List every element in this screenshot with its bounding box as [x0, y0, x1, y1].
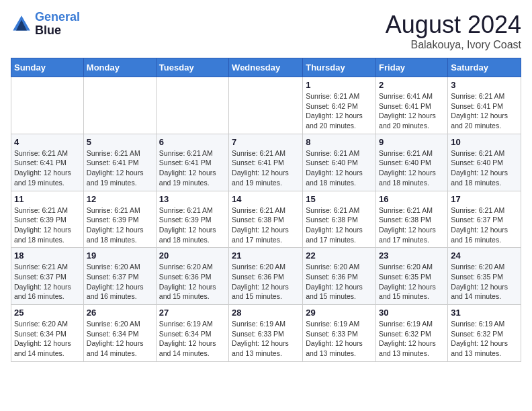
day-info: Sunrise: 6:41 AM Sunset: 6:41 PM Dayligh…: [379, 91, 445, 131]
day-info: Sunrise: 6:21 AM Sunset: 6:39 PM Dayligh…: [14, 205, 81, 245]
main-title: August 2024: [386, 11, 521, 39]
day-info: Sunrise: 6:21 AM Sunset: 6:38 PM Dayligh…: [379, 205, 445, 245]
day-info: Sunrise: 6:20 AM Sunset: 6:34 PM Dayligh…: [87, 319, 153, 359]
day-info: Sunrise: 6:20 AM Sunset: 6:36 PM Dayligh…: [159, 262, 226, 302]
day-number: 28: [232, 308, 300, 318]
day-number: 8: [306, 137, 373, 147]
calendar-day-cell: [229, 77, 303, 134]
day-number: 3: [451, 80, 518, 90]
day-info: Sunrise: 6:21 AM Sunset: 6:41 PM Dayligh…: [87, 148, 153, 188]
day-number: 6: [159, 137, 226, 147]
calendar-day-cell: 4Sunrise: 6:21 AM Sunset: 6:41 PM Daylig…: [11, 134, 84, 191]
calendar-day-cell: 17Sunrise: 6:21 AM Sunset: 6:37 PM Dayli…: [448, 191, 521, 248]
day-number: 7: [232, 137, 300, 147]
day-number: 16: [379, 194, 445, 204]
day-info: Sunrise: 6:21 AM Sunset: 6:37 PM Dayligh…: [451, 205, 518, 245]
day-number: 11: [14, 194, 81, 204]
calendar-day-cell: 18Sunrise: 6:21 AM Sunset: 6:37 PM Dayli…: [11, 248, 84, 305]
day-info: Sunrise: 6:21 AM Sunset: 6:41 PM Dayligh…: [451, 91, 518, 131]
day-number: 4: [14, 137, 81, 147]
calendar-day-cell: 2Sunrise: 6:41 AM Sunset: 6:41 PM Daylig…: [376, 77, 448, 134]
calendar-day-cell: 16Sunrise: 6:21 AM Sunset: 6:38 PM Dayli…: [376, 191, 448, 248]
calendar-header-cell: Saturday: [448, 58, 521, 77]
calendar-day-cell: [11, 77, 84, 134]
calendar-day-cell: 25Sunrise: 6:20 AM Sunset: 6:34 PM Dayli…: [11, 305, 84, 362]
day-info: Sunrise: 6:20 AM Sunset: 6:35 PM Dayligh…: [379, 262, 445, 302]
day-number: 31: [451, 308, 518, 318]
calendar-day-cell: 31Sunrise: 6:19 AM Sunset: 6:32 PM Dayli…: [448, 305, 521, 362]
calendar-day-cell: 13Sunrise: 6:21 AM Sunset: 6:39 PM Dayli…: [156, 191, 228, 248]
calendar-table: SundayMondayTuesdayWednesdayThursdayFrid…: [11, 58, 521, 362]
day-number: 1: [306, 80, 373, 90]
day-info: Sunrise: 6:21 AM Sunset: 6:39 PM Dayligh…: [87, 205, 153, 245]
calendar-day-cell: 28Sunrise: 6:19 AM Sunset: 6:33 PM Dayli…: [229, 305, 303, 362]
calendar-day-cell: 7Sunrise: 6:21 AM Sunset: 6:41 PM Daylig…: [229, 134, 303, 191]
calendar-week-row: 11Sunrise: 6:21 AM Sunset: 6:39 PM Dayli…: [11, 191, 521, 248]
day-info: Sunrise: 6:20 AM Sunset: 6:34 PM Dayligh…: [14, 319, 81, 359]
day-info: Sunrise: 6:19 AM Sunset: 6:32 PM Dayligh…: [379, 319, 445, 359]
day-number: 15: [306, 194, 373, 204]
day-info: Sunrise: 6:20 AM Sunset: 6:37 PM Dayligh…: [87, 262, 153, 302]
day-number: 26: [87, 308, 153, 318]
calendar-day-cell: 22Sunrise: 6:20 AM Sunset: 6:36 PM Dayli…: [303, 248, 376, 305]
day-number: 9: [379, 137, 445, 147]
day-info: Sunrise: 6:21 AM Sunset: 6:37 PM Dayligh…: [14, 262, 81, 302]
day-info: Sunrise: 6:20 AM Sunset: 6:36 PM Dayligh…: [232, 262, 300, 302]
day-number: 29: [306, 308, 373, 318]
calendar-header-cell: Monday: [83, 58, 156, 77]
calendar-day-cell: 6Sunrise: 6:21 AM Sunset: 6:41 PM Daylig…: [156, 134, 228, 191]
calendar-day-cell: 20Sunrise: 6:20 AM Sunset: 6:36 PM Dayli…: [156, 248, 228, 305]
calendar-header: SundayMondayTuesdayWednesdayThursdayFrid…: [11, 58, 521, 77]
title-block: August 2024 Balakouya, Ivory Coast: [386, 11, 521, 51]
day-number: 21: [232, 250, 300, 261]
day-info: Sunrise: 6:19 AM Sunset: 6:33 PM Dayligh…: [232, 319, 300, 359]
day-number: 14: [232, 194, 300, 204]
calendar-day-cell: 10Sunrise: 6:21 AM Sunset: 6:40 PM Dayli…: [448, 134, 521, 191]
calendar-header-cell: Thursday: [303, 58, 376, 77]
day-info: Sunrise: 6:20 AM Sunset: 6:36 PM Dayligh…: [306, 262, 373, 302]
calendar-day-cell: 21Sunrise: 6:20 AM Sunset: 6:36 PM Dayli…: [229, 248, 303, 305]
day-info: Sunrise: 6:21 AM Sunset: 6:41 PM Dayligh…: [14, 148, 81, 188]
page-header: General Blue August 2024 Balakouya, Ivor…: [11, 11, 521, 51]
calendar-day-cell: 30Sunrise: 6:19 AM Sunset: 6:32 PM Dayli…: [376, 305, 448, 362]
calendar-day-cell: 1Sunrise: 6:21 AM Sunset: 6:42 PM Daylig…: [303, 77, 376, 134]
calendar-header-cell: Tuesday: [156, 58, 228, 77]
day-number: 20: [159, 250, 226, 261]
day-number: 12: [87, 194, 153, 204]
day-info: Sunrise: 6:19 AM Sunset: 6:32 PM Dayligh…: [451, 319, 518, 359]
calendar-day-cell: 12Sunrise: 6:21 AM Sunset: 6:39 PM Dayli…: [83, 191, 156, 248]
subtitle: Balakouya, Ivory Coast: [386, 39, 521, 51]
day-number: 22: [306, 250, 373, 261]
day-info: Sunrise: 6:20 AM Sunset: 6:35 PM Dayligh…: [451, 262, 518, 302]
day-info: Sunrise: 6:21 AM Sunset: 6:42 PM Dayligh…: [306, 91, 373, 131]
calendar-day-cell: 5Sunrise: 6:21 AM Sunset: 6:41 PM Daylig…: [83, 134, 156, 191]
calendar-day-cell: 24Sunrise: 6:20 AM Sunset: 6:35 PM Dayli…: [448, 248, 521, 305]
day-number: 25: [14, 308, 81, 318]
calendar-day-cell: 19Sunrise: 6:20 AM Sunset: 6:37 PM Dayli…: [83, 248, 156, 305]
day-number: 30: [379, 308, 445, 318]
calendar-day-cell: 8Sunrise: 6:21 AM Sunset: 6:40 PM Daylig…: [303, 134, 376, 191]
day-info: Sunrise: 6:19 AM Sunset: 6:33 PM Dayligh…: [306, 319, 373, 359]
calendar-day-cell: [156, 77, 228, 134]
calendar-header-cell: Sunday: [11, 58, 84, 77]
calendar-week-row: 18Sunrise: 6:21 AM Sunset: 6:37 PM Dayli…: [11, 248, 521, 305]
day-number: 17: [451, 194, 518, 204]
day-info: Sunrise: 6:19 AM Sunset: 6:34 PM Dayligh…: [159, 319, 226, 359]
day-number: 27: [159, 308, 226, 318]
calendar-week-row: 4Sunrise: 6:21 AM Sunset: 6:41 PM Daylig…: [11, 134, 521, 191]
day-number: 2: [379, 80, 445, 90]
calendar-day-cell: 14Sunrise: 6:21 AM Sunset: 6:38 PM Dayli…: [229, 191, 303, 248]
calendar-day-cell: 3Sunrise: 6:21 AM Sunset: 6:41 PM Daylig…: [448, 77, 521, 134]
day-info: Sunrise: 6:21 AM Sunset: 6:40 PM Dayligh…: [306, 148, 373, 188]
calendar-day-cell: 15Sunrise: 6:21 AM Sunset: 6:38 PM Dayli…: [303, 191, 376, 248]
day-number: 19: [87, 250, 153, 261]
calendar-day-cell: 23Sunrise: 6:20 AM Sunset: 6:35 PM Dayli…: [376, 248, 448, 305]
calendar-day-cell: 11Sunrise: 6:21 AM Sunset: 6:39 PM Dayli…: [11, 191, 84, 248]
calendar-header-cell: Friday: [376, 58, 448, 77]
calendar-day-cell: [83, 77, 156, 134]
day-number: 24: [451, 250, 518, 261]
day-info: Sunrise: 6:21 AM Sunset: 6:38 PM Dayligh…: [306, 205, 373, 245]
calendar-week-row: 1Sunrise: 6:21 AM Sunset: 6:42 PM Daylig…: [11, 77, 521, 134]
calendar-header-cell: Wednesday: [229, 58, 303, 77]
logo: General Blue: [11, 11, 80, 38]
